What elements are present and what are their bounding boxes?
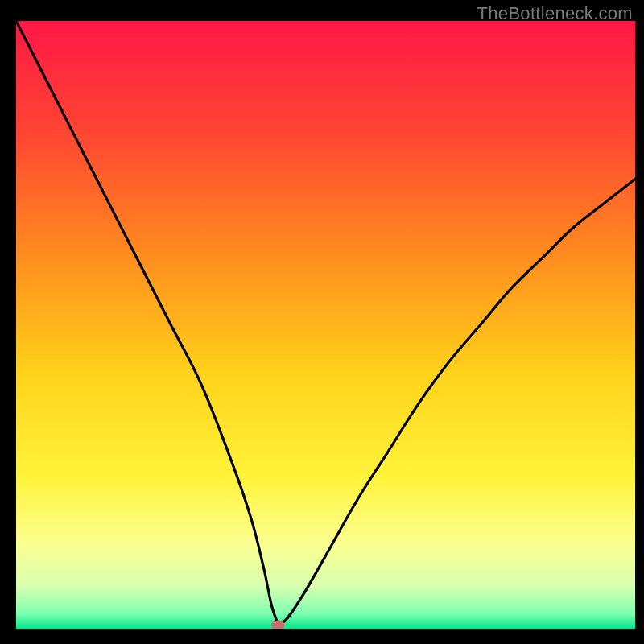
bottleneck-chart-svg (16, 21, 635, 629)
plot-area (16, 21, 635, 629)
watermark-text: TheBottleneck.com (477, 3, 633, 24)
chart-frame: TheBottleneck.com (0, 0, 644, 644)
gradient-background (16, 21, 635, 629)
